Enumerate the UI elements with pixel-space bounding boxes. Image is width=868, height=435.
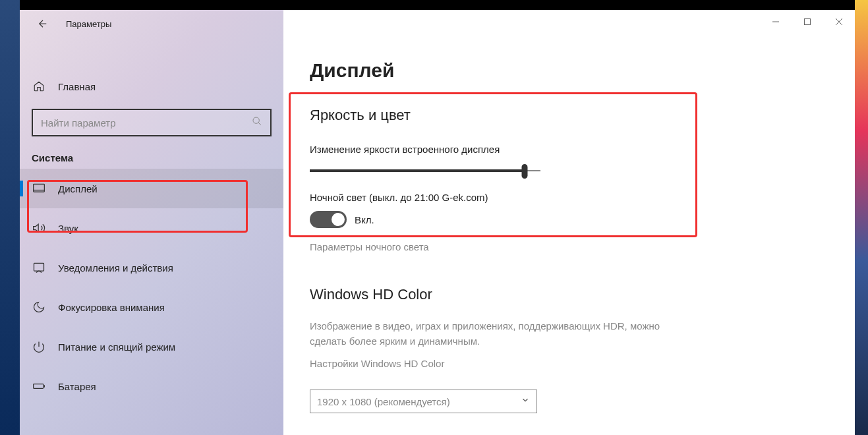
- maximize-icon: [803, 18, 811, 26]
- sidebar: Параметры Главная Система Дисплей: [20, 10, 283, 435]
- brightness-slider-label: Изменение яркости встроенного дисплея: [310, 144, 828, 155]
- minimize-button[interactable]: [760, 10, 792, 34]
- focus-icon: [32, 301, 46, 314]
- night-light-label: Ночной свет (выкл. до 21:00 G-ek.com): [310, 192, 828, 203]
- sidebar-item-notifications[interactable]: Уведомления и действия: [20, 248, 283, 287]
- brightness-slider[interactable]: [310, 163, 540, 179]
- slider-thumb[interactable]: [521, 164, 527, 179]
- sidebar-item-label: Дисплей: [58, 183, 98, 194]
- monitor-icon: [32, 182, 46, 195]
- svg-rect-2: [34, 263, 44, 271]
- toggle-knob: [332, 213, 345, 226]
- window-controls: [760, 10, 855, 34]
- svg-rect-3: [34, 384, 43, 389]
- battery-icon: [32, 380, 46, 393]
- chevron-down-icon: [521, 395, 530, 407]
- settings-window: Параметры Главная Система Дисплей: [20, 10, 855, 435]
- hdcolor-settings-link[interactable]: Настройки Windows HD Color: [310, 358, 444, 369]
- sidebar-item-label: Фокусировка внимания: [58, 302, 165, 313]
- svg-rect-4: [805, 19, 811, 25]
- home-icon: [32, 80, 46, 92]
- sidebar-item-label: Питание и спящий режим: [58, 341, 175, 353]
- back-button[interactable]: [33, 14, 53, 34]
- sidebar-home-label: Главная: [58, 81, 96, 92]
- close-button[interactable]: [823, 10, 855, 34]
- sidebar-item-display[interactable]: Дисплей: [20, 169, 283, 208]
- desktop-bg-left: [0, 0, 20, 435]
- search-icon: [252, 116, 262, 129]
- sidebar-category: Система: [32, 152, 283, 163]
- section-hdcolor-title: Windows HD Color: [310, 286, 828, 303]
- window-title: Параметры: [66, 19, 111, 29]
- maximize-button[interactable]: [792, 10, 823, 34]
- slider-fill: [310, 169, 525, 172]
- night-light-toggle[interactable]: [310, 211, 347, 228]
- night-light-toggle-row: Вкл.: [310, 211, 828, 228]
- resolution-value: 1920 х 1080 (рекомендуется): [317, 396, 450, 407]
- sidebar-item-focus[interactable]: Фокусировка внимания: [20, 287, 283, 327]
- hdcolor-description: Изображение в видео, играх и приложениях…: [310, 319, 679, 349]
- close-icon: [835, 18, 843, 26]
- sidebar-item-label: Звук: [58, 223, 78, 234]
- svg-rect-1: [34, 184, 45, 192]
- main-content: Дисплей Яркость и цвет Изменение яркости…: [283, 10, 855, 435]
- sidebar-item-power[interactable]: Питание и спящий режим: [20, 327, 283, 366]
- sidebar-item-sound[interactable]: Звук: [20, 208, 283, 248]
- sidebar-item-label: Батарея: [58, 381, 96, 392]
- search-input[interactable]: [41, 117, 252, 129]
- night-light-settings-link[interactable]: Параметры ночного света: [310, 241, 429, 252]
- sound-icon: [32, 221, 46, 235]
- sidebar-item-battery[interactable]: Батарея: [20, 366, 283, 406]
- sidebar-home[interactable]: Главная: [20, 74, 283, 99]
- power-icon: [32, 340, 46, 353]
- notification-icon: [32, 261, 46, 274]
- section-brightness-title: Яркость и цвет: [310, 107, 828, 124]
- arrow-left-icon: [37, 18, 49, 30]
- titlebar: Параметры: [20, 10, 283, 38]
- sidebar-item-label: Уведомления и действия: [58, 262, 173, 274]
- page-title: Дисплей: [310, 59, 828, 82]
- search-box[interactable]: [32, 109, 272, 136]
- toggle-state-label: Вкл.: [355, 214, 374, 225]
- desktop-bg-right: [855, 0, 868, 435]
- svg-point-0: [253, 117, 259, 123]
- resolution-dropdown[interactable]: 1920 х 1080 (рекомендуется): [310, 390, 537, 413]
- minimize-icon: [772, 18, 780, 26]
